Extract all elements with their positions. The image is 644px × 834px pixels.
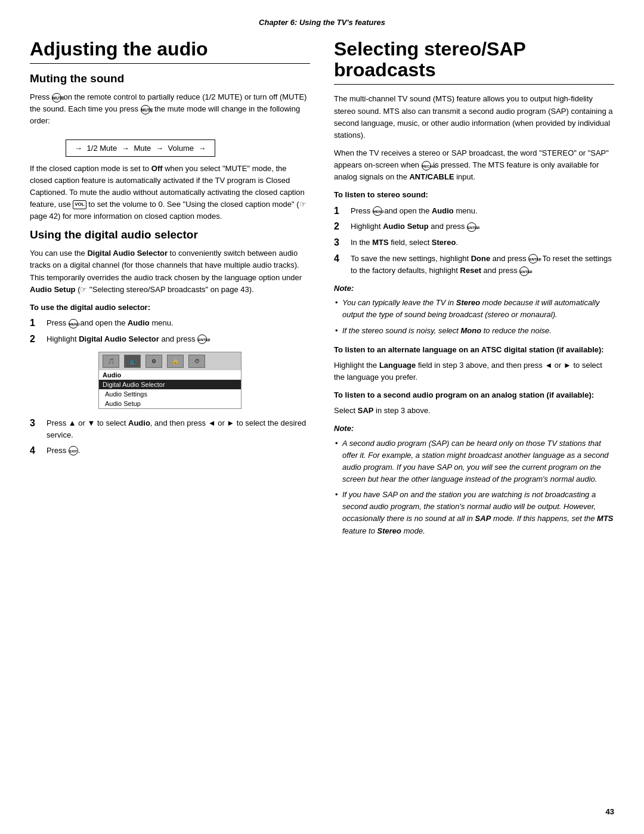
alternate-language-text: Highlight the Language field in step 3 a… — [334, 359, 614, 383]
menu-icons-row: 🎵 📺 ⚙ 🔒 ⏱ — [99, 352, 241, 370]
menu-audio-label: Audio — [99, 370, 241, 380]
step-1: 1 Press MENU and open the Audio menu. — [30, 317, 310, 330]
menu-item-digital-audio-selector: Digital Audio Selector — [99, 380, 241, 389]
stereo-step-2: 2 Highlight Audio Setup and press ENTER. — [334, 221, 614, 233]
two-column-layout: Adjusting the audio Muting the sound Pre… — [30, 39, 614, 544]
menu-mockup: 🎵 📺 ⚙ 🔒 ⏱ Audio Digital Audio Selector A… — [98, 352, 242, 409]
page-title-right: Selecting stereo/SAP broadcasts — [334, 39, 614, 80]
mute-icon-2: MUTE — [141, 105, 150, 114]
mute-icon: MUTE — [52, 93, 61, 103]
section-heading-digital-audio: Using the digital audio selector — [30, 228, 310, 241]
mute-flow-mute: Mute — [132, 144, 151, 153]
recall-icon: RECALL — [422, 161, 431, 170]
title-rule — [30, 63, 310, 64]
mute-flow-diagram: → 1/2 Mute → Mute → Volume → — [66, 139, 215, 157]
exit-icon: EXIT — [69, 446, 78, 455]
mute-flow-arrow-end: → — [196, 144, 206, 153]
page: Chapter 6: Using the TV's features Adjus… — [0, 0, 644, 834]
mute-flow-half: 1/2 Mute — [85, 144, 117, 153]
muting-para-2: If the closed caption mode is set to Off… — [30, 163, 310, 223]
digital-audio-subsection: To use the digital audio selector: — [30, 302, 310, 314]
menu-icon-box-4: 🔒 — [167, 355, 184, 368]
step-3: 3 Press ▲ or ▼ to select Audio, and then… — [30, 417, 310, 441]
sap-note-2: If you have SAP on and the station you a… — [334, 489, 614, 537]
chapter-title: Chapter 6: Using the TV's features — [259, 18, 385, 27]
mute-flow-arrow-2: → — [153, 144, 163, 153]
stereo-step-4: 4 To save the new settings, highlight Do… — [334, 253, 614, 277]
section-heading-muting: Muting the sound — [30, 72, 310, 85]
digital-audio-steps-1: 1 Press MENU and open the Audio menu. 2 … — [30, 317, 310, 346]
menu-icon-right-1: MENU — [373, 206, 382, 216]
mute-flow-volume: Volume — [166, 144, 194, 153]
menu-icon-1: MENU — [69, 319, 78, 328]
stereo-step-1: 1 Press MENU and open the Audio menu. — [334, 205, 614, 218]
title-rule-right — [334, 84, 614, 85]
step-4: 4 Press EXIT. — [30, 445, 310, 457]
right-column: Selecting stereo/SAP broadcasts The mult… — [334, 39, 614, 544]
stereo-note-1: You can typically leave the TV in Stereo… — [334, 297, 614, 321]
note-label-stereo: Note: — [334, 283, 614, 294]
sap-note-1: A second audio program (SAP) can be hear… — [334, 438, 614, 486]
menu-icon-box-3: ⚙ — [145, 355, 162, 368]
enter-icon-1: ENTER — [197, 334, 207, 344]
enter-icon-right-4b: ENTER — [519, 266, 529, 276]
digital-audio-steps-2: 3 Press ▲ or ▼ to select Audio, and then… — [30, 417, 310, 457]
menu-item-audio-setup: Audio Setup — [99, 399, 241, 408]
note-block-stereo: Note: You can typically leave the TV in … — [334, 283, 614, 337]
mute-flow-arrow-1: → — [119, 144, 129, 153]
stereo-notes: You can typically leave the TV in Stereo… — [334, 297, 614, 336]
right-intro-1: The multi-channel TV sound (MTS) feature… — [334, 93, 614, 141]
menu-icon-box-2: 📺 — [124, 355, 141, 368]
stereo-sound-heading: To listen to stereo sound: — [334, 189, 614, 201]
right-intro-2: When the TV receives a stereo or SAP bro… — [334, 147, 614, 183]
mute-flow-arrow-start: → — [75, 144, 82, 153]
digital-audio-intro: You can use the Digital Audio Selector t… — [30, 247, 310, 296]
enter-icon-right-4: ENTER — [528, 254, 538, 263]
second-audio-text: Select SAP in step 3 above. — [334, 405, 614, 417]
vol-icon: VOL — [73, 200, 86, 209]
second-audio-heading: To listen to a second audio program on a… — [334, 389, 614, 401]
page-number: 43 — [606, 807, 614, 816]
step-2: 2 Highlight Digital Audio Selector and p… — [30, 333, 310, 346]
sap-notes: A second audio program (SAP) can be hear… — [334, 438, 614, 537]
menu-item-audio-settings: Audio Settings — [99, 389, 241, 399]
chapter-header: Chapter 6: Using the TV's features — [30, 18, 614, 27]
stereo-step-3: 3 In the MTS field, select Stereo. — [334, 237, 614, 249]
muting-para-1: Press MUTE on the remote control to part… — [30, 91, 310, 127]
page-title-left: Adjusting the audio — [30, 39, 310, 60]
stereo-note-2: If the stereo sound is noisy, select Mon… — [334, 325, 614, 337]
menu-icon-box-5: ⏱ — [188, 355, 205, 368]
stereo-steps: 1 Press MENU and open the Audio menu. 2 … — [334, 205, 614, 277]
left-column: Adjusting the audio Muting the sound Pre… — [30, 39, 310, 544]
enter-icon-right-2: ENTER — [467, 222, 476, 232]
alternate-language-heading: To listen to an alternate language on an… — [334, 344, 614, 356]
menu-icon-box-1: 🎵 — [103, 355, 119, 368]
note-label-sap: Note: — [334, 423, 614, 435]
note-block-sap: Note: A second audio program (SAP) can b… — [334, 423, 614, 537]
